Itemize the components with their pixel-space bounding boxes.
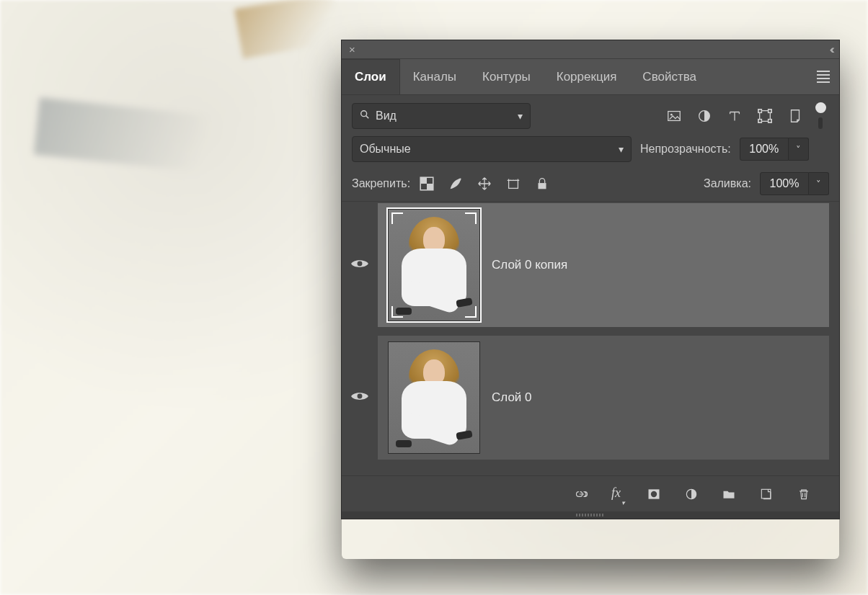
collapse-icon[interactable]: ‹‹ xyxy=(830,42,836,57)
chevron-down-icon: ▾ xyxy=(518,110,523,122)
layer-name[interactable]: Слой 0 копия xyxy=(492,258,567,272)
layer-filter-select[interactable]: Вид ▾ xyxy=(352,103,531,129)
tab-label: Слои xyxy=(355,70,386,84)
layer-name[interactable]: Слой 0 xyxy=(492,390,532,405)
filter-type-icon[interactable] xyxy=(727,108,743,124)
fill-label: Заливка: xyxy=(704,177,751,190)
blend-mode-select[interactable]: Обычные ▾ xyxy=(352,136,632,162)
lock-row: Закрепить: Заливка: 100% ˅ xyxy=(342,168,839,202)
toggle-knob xyxy=(815,102,826,113)
lock-artboard-icon[interactable] xyxy=(505,176,521,192)
svg-rect-8 xyxy=(758,119,762,122)
blend-row: Обычные ▾ Непрозрачность: 100% ˅ xyxy=(342,132,839,168)
eye-icon xyxy=(350,390,369,406)
tab-label: Контуры xyxy=(482,70,531,84)
layer-body[interactable]: Слой 0 копия xyxy=(378,203,829,327)
fill-control: 100% ˅ xyxy=(760,172,829,195)
layer-body[interactable]: Слой 0 xyxy=(378,336,829,460)
visibility-toggle[interactable] xyxy=(342,203,378,327)
tab-properties[interactable]: Свойства xyxy=(629,59,709,94)
lock-transparency-icon[interactable] xyxy=(419,176,435,192)
layer-thumbnail[interactable] xyxy=(388,209,480,321)
blend-mode-value: Обычные xyxy=(360,143,411,156)
close-icon[interactable]: × xyxy=(349,43,355,55)
panel-menu-button[interactable] xyxy=(807,59,839,95)
fill-chevron[interactable]: ˅ xyxy=(809,172,829,195)
svg-point-20 xyxy=(358,394,363,399)
visibility-toggle[interactable] xyxy=(342,336,378,460)
resize-grip[interactable] xyxy=(342,511,839,519)
opacity-control: 100% ˅ xyxy=(740,138,809,161)
filter-toggle[interactable] xyxy=(812,102,829,129)
layer-item[interactable]: Слой 0 копия xyxy=(342,202,839,334)
filter-adjustment-icon[interactable] xyxy=(696,108,712,124)
opacity-label: Непрозрачность: xyxy=(640,143,731,156)
svg-rect-17 xyxy=(509,180,518,188)
opacity-chevron[interactable]: ˅ xyxy=(789,138,809,161)
opacity-value: 100% xyxy=(749,143,779,156)
tab-adjustments[interactable]: Коррекция xyxy=(544,59,630,94)
search-icon xyxy=(360,109,370,122)
panel-titlebar: × ‹‹ xyxy=(342,40,839,59)
filter-shape-icon[interactable] xyxy=(757,108,773,124)
lock-icons xyxy=(419,176,550,192)
filter-icons xyxy=(666,108,803,124)
layer-style-button[interactable]: fx▾ xyxy=(611,486,624,502)
delete-layer-icon[interactable] xyxy=(796,486,812,502)
new-layer-icon[interactable] xyxy=(758,486,774,502)
svg-rect-16 xyxy=(427,184,433,190)
eye-icon xyxy=(350,257,369,273)
tab-paths[interactable]: Контуры xyxy=(469,59,544,94)
filter-smartobject-icon[interactable] xyxy=(787,108,803,124)
lock-position-icon[interactable] xyxy=(477,176,492,192)
thumbnail-image xyxy=(389,342,479,453)
svg-point-22 xyxy=(651,491,657,496)
tab-label: Каналы xyxy=(413,70,456,84)
layers-list: Слой 0 копия Слой 0 xyxy=(342,202,839,475)
svg-rect-15 xyxy=(420,177,427,184)
panel-tabs: Слои Каналы Контуры Коррекция Свойства xyxy=(342,59,839,95)
lock-label: Закрепить: xyxy=(352,177,410,190)
svg-rect-9 xyxy=(769,119,772,122)
svg-rect-18 xyxy=(539,183,546,189)
fill-value: 100% xyxy=(770,177,800,190)
tab-label: Свойства xyxy=(642,70,696,84)
svg-rect-7 xyxy=(769,109,772,112)
panel-footer: fx▾ xyxy=(342,475,839,511)
layer-thumbnail[interactable] xyxy=(388,341,480,454)
chevron-down-icon: ▾ xyxy=(619,143,624,155)
lock-all-icon[interactable] xyxy=(534,176,550,192)
tab-label: Коррекция xyxy=(557,70,617,84)
filter-pixel-icon[interactable] xyxy=(666,108,682,124)
svg-point-0 xyxy=(361,111,367,117)
toggle-track xyxy=(818,117,823,129)
opacity-input[interactable]: 100% xyxy=(740,138,789,161)
filter-value: Вид xyxy=(376,109,397,122)
add-mask-icon[interactable] xyxy=(646,486,662,502)
layers-panel: × ‹‹ Слои Каналы Контуры Коррекция Свойс… xyxy=(342,40,839,519)
new-adjustment-icon[interactable] xyxy=(683,486,699,502)
new-group-icon[interactable] xyxy=(721,486,737,502)
svg-rect-6 xyxy=(758,109,762,112)
svg-point-3 xyxy=(670,113,673,115)
svg-point-19 xyxy=(358,261,363,267)
thumbnail-image xyxy=(389,210,479,321)
tab-channels[interactable]: Каналы xyxy=(400,59,469,94)
link-layers-icon[interactable] xyxy=(574,486,590,502)
filter-row: Вид ▾ xyxy=(342,95,839,132)
svg-line-1 xyxy=(366,116,369,119)
menu-icon xyxy=(817,71,830,83)
tab-layers[interactable]: Слои xyxy=(342,59,400,94)
fill-input[interactable]: 100% xyxy=(760,172,809,195)
layer-item[interactable]: Слой 0 xyxy=(342,334,839,467)
svg-rect-24 xyxy=(761,489,771,498)
lock-pixels-icon[interactable] xyxy=(448,176,464,192)
